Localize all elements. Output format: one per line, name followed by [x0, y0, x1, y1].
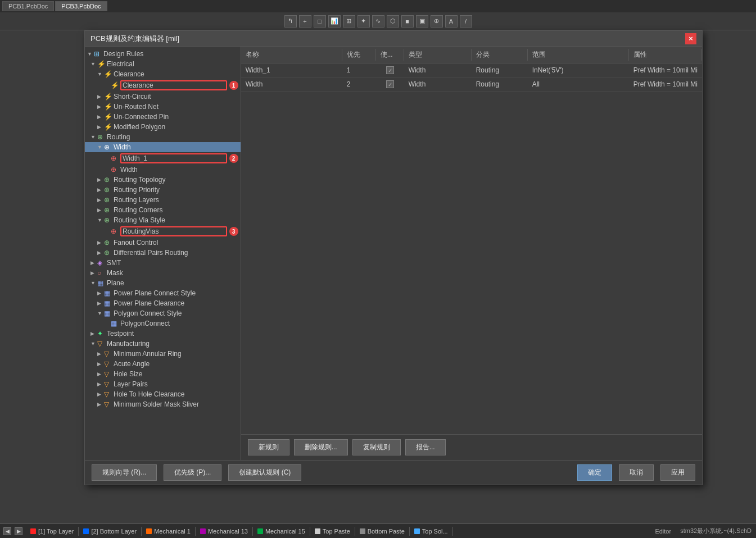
tree-item-width[interactable]: ⊕ Width [85, 165, 241, 175]
tree-item-routing-layers[interactable]: ▶ ⊕ Routing Layers [85, 195, 241, 205]
tree-label-unrouted: Un-Routed Net [114, 103, 238, 111]
tree-item-via-style[interactable]: ▼ ⊕ Routing Via Style [85, 215, 241, 225]
status-editor: Editor [650, 528, 676, 535]
toolbar-btn-4[interactable]: 📊 [328, 15, 341, 28]
tree-item-width-1[interactable]: ⊕ Width_1 2 [85, 152, 241, 165]
toolbar-btn-1[interactable]: ↰ [284, 15, 297, 28]
tree-item-polygon-connect-rule[interactable]: ▦ PolygonConnect [85, 318, 241, 329]
routing-layers-icon: ⊕ [104, 196, 112, 204]
cell-enable-2[interactable]: ✓ [376, 79, 404, 89]
toolbar-btn-9[interactable]: ■ [401, 15, 414, 28]
priority-icon: ⊕ [104, 186, 112, 194]
toolbar-btn-7[interactable]: ∿ [372, 15, 384, 28]
expand-icon-testpoint: ▶ [90, 331, 97, 336]
tree-item-fanout[interactable]: ▶ ⊕ Fanout Control [85, 238, 241, 248]
layer-tab-top-paste[interactable]: Top Paste [310, 527, 355, 536]
rule-wizard-button[interactable]: 规则向导 (R)... [92, 464, 157, 481]
layer-label-mech1: Mechanical 1 [154, 528, 191, 535]
tree-item-annular[interactable]: ▶ ▽ Minimum Annular Ring [85, 349, 241, 359]
tree-label-layer-pairs: Layer Pairs [114, 380, 238, 388]
cell-attr-2: Pref Width = 10mil Mi [629, 79, 702, 89]
tab-pcb1[interactable]: PCB1.PcbDoc [2, 1, 54, 11]
layer-tab-top[interactable]: [1] Top Layer [26, 527, 79, 536]
tree-item-smt[interactable]: ▶ ◈ SMT [85, 258, 241, 268]
col-header-type: 类型 [404, 49, 472, 61]
toolbar-btn-3[interactable]: □ [314, 15, 326, 28]
tree-item-acute-angle[interactable]: ▶ ▽ Acute Angle [85, 359, 241, 369]
toolbar-btn-6[interactable]: ✦ [357, 15, 370, 28]
tree-item-polygon-connect[interactable]: ▼ ▦ Polygon Connect Style [85, 308, 241, 318]
tree-item-unconnected[interactable]: ▶ ⚡ Un-Connected Pin [85, 112, 241, 122]
tree-item-modified-polygon[interactable]: ▶ ⚡ Modified Polygon [85, 122, 241, 132]
nav-next-btn[interactable]: ▶ [15, 527, 22, 535]
toolbar-btn-10[interactable]: ▣ [416, 15, 428, 28]
priority-button[interactable]: 优先级 (P)... [164, 464, 221, 481]
toolbar-btn-2[interactable]: + [299, 15, 311, 28]
tree-item-unrouted[interactable]: ▶ ⚡ Un-Routed Net [85, 102, 241, 112]
create-default-button[interactable]: 创建默认规则 (C) [228, 464, 301, 481]
tree-item-routing-topology[interactable]: ▶ ⊕ Routing Topology [85, 175, 241, 185]
tree-item-clearance-group[interactable]: ▼ ⚡ Clearance [85, 69, 241, 79]
tree-item-clearance-rule[interactable]: ⚡ Clearance 1 [85, 79, 241, 92]
report-button[interactable]: 报告... [405, 439, 446, 455]
tree-label-pp-connect: Power Plane Connect Style [114, 289, 238, 297]
toolbar-btn-13[interactable]: / [460, 15, 472, 28]
tree-item-routing-corners[interactable]: ▶ ⊕ Routing Corners [85, 205, 241, 215]
layer-dot-top-paste [315, 528, 320, 534]
tree-item-layer-pairs[interactable]: ▶ ▽ Layer Pairs [85, 379, 241, 389]
toolbar-btn-11[interactable]: ⊕ [431, 15, 443, 28]
checkbox-2[interactable]: ✓ [386, 80, 394, 88]
expand-icon-mfg: ▼ [90, 341, 97, 346]
tree-item-mask[interactable]: ▶ ○ Mask [85, 268, 241, 278]
tree-item-manufacturing[interactable]: ▼ ▽ Manufacturing [85, 339, 241, 349]
tree-item-design-rules[interactable]: ▼ ⊞ Design Rules [85, 49, 241, 59]
tree-item-hole-clearance[interactable]: ▶ ▽ Hole To Hole Clearance [85, 389, 241, 399]
table-row[interactable]: Width 2 ✓ Width Routing All Pref Width =… [241, 77, 702, 92]
tree-item-routing[interactable]: ▼ ⊕ Routing [85, 132, 241, 142]
tree-item-routing-priority[interactable]: ▶ ⊕ Routing Priority [85, 185, 241, 195]
cell-type-2: Width [404, 79, 472, 89]
tree-item-solder-mask[interactable]: ▶ ▽ Minimum Solder Mask Sliver [85, 399, 241, 409]
ok-button[interactable]: 确定 [577, 464, 612, 481]
layer-tab-mech13[interactable]: Mechanical 13 [196, 527, 253, 536]
expand-icon-hole: ▶ [97, 371, 104, 377]
width1-icon: ⊕ [111, 154, 119, 162]
tree-item-width-group[interactable]: ▼ ⊕ Width [85, 142, 241, 152]
nav-prev-btn[interactable]: ◀ [3, 527, 11, 535]
tree-item-hole-size[interactable]: ▶ ▽ Hole Size [85, 369, 241, 379]
new-rule-button[interactable]: 新规则 [248, 439, 289, 455]
tree-label-design-rules: Design Rules [103, 50, 238, 58]
layer-tab-bottom[interactable]: [2] Bottom Layer [79, 527, 142, 536]
tree-item-electrical[interactable]: ▼ ⚡ Electrical [85, 59, 241, 69]
tree-item-plane[interactable]: ▼ ▦ Plane [85, 278, 241, 288]
layer-tab-mech15[interactable]: Mechanical 15 [253, 527, 310, 536]
tree-item-pp-connect[interactable]: ▶ ▦ Power Plane Connect Style [85, 288, 241, 298]
toolbar-btn-8[interactable]: ⬡ [387, 15, 399, 28]
tab-pcb3[interactable]: PCB3.PcbDoc [55, 1, 107, 11]
tree-item-routing-vias[interactable]: ⊕ RoutingVias 3 [85, 225, 241, 238]
tree-item-short-circuit[interactable]: ▶ ⚡ Short-Circuit [85, 92, 241, 102]
checkbox-1[interactable]: ✓ [386, 66, 394, 74]
toolbar-btn-5[interactable]: ⊞ [343, 15, 355, 28]
tree-label-diff-pairs: Differential Pairs Routing [114, 249, 238, 257]
toolbar-btn-12[interactable]: A [445, 15, 458, 28]
layer-tab-mech1[interactable]: Mechanical 1 [142, 527, 196, 536]
expand-icon-topology: ▶ [97, 177, 104, 183]
tree-item-testpoint[interactable]: ▶ ✦ Testpoint [85, 329, 241, 339]
expand-icon-annular: ▶ [97, 351, 104, 357]
layer-label-bottom: [2] Bottom Layer [91, 528, 137, 535]
modal-close-button[interactable]: × [685, 33, 696, 44]
cancel-button[interactable]: 取消 [619, 464, 654, 481]
width-icon: ⊕ [111, 166, 119, 174]
layer-label-mech15: Mechanical 15 [265, 528, 305, 535]
layer-tab-bottom-paste[interactable]: Bottom Paste [355, 527, 410, 536]
tree-label-manufacturing: Manufacturing [107, 340, 238, 348]
tree-item-pp-clearance[interactable]: ▶ ▦ Power Plane Clearance [85, 298, 241, 308]
apply-button[interactable]: 应用 [660, 464, 695, 481]
layer-tab-top-sol[interactable]: Top Sol... [410, 527, 453, 536]
copy-rule-button[interactable]: 复制规则 [352, 439, 401, 455]
tree-item-diff-pairs[interactable]: ▶ ⊕ Differential Pairs Routing [85, 248, 241, 258]
cell-enable-1[interactable]: ✓ [376, 65, 404, 75]
table-row[interactable]: Width_1 1 ✓ Width Routing InNet('5V') Pr… [241, 63, 702, 77]
delete-rule-button[interactable]: 删除规则... [294, 439, 348, 455]
